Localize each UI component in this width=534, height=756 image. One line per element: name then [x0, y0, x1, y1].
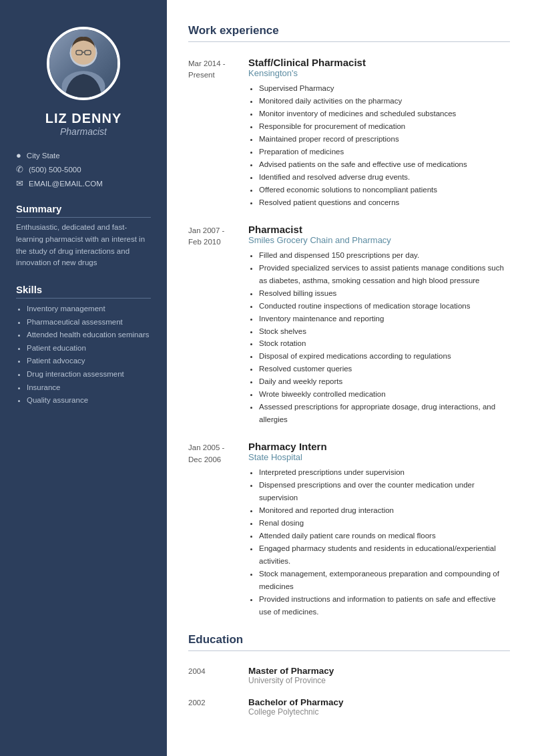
list-item: Quality assurance [27, 394, 151, 407]
list-item: Disposal of expired medications accordin… [259, 350, 510, 363]
list-item: Monitored daily activities on the pharma… [259, 95, 510, 108]
list-item: Drug interaction assessment [27, 368, 151, 381]
edu-year: 2004 [188, 666, 248, 685]
list-item: Dispensed prescriptions and over the cou… [259, 479, 510, 504]
list-item: Pharmaceutical assessment [27, 316, 151, 329]
job-date-start: Jan 2007 - [188, 226, 224, 234]
list-item: Offered economic solutions to noncomplia… [259, 184, 510, 196]
education-block: 2002 Bachelor of Pharmacy College Polyte… [188, 697, 510, 717]
job-bullets: Filled and dispensed 150 prescriptions p… [248, 249, 510, 427]
list-item: Supervised Pharmacy [259, 82, 510, 95]
main-content: Work experience Mar 2014 - Present Staff… [167, 0, 534, 756]
list-item: Filled and dispensed 150 prescriptions p… [259, 249, 510, 262]
summary-text: Enthusiastic, dedicated and fast-learnin… [16, 222, 151, 269]
job-dates: Jan 2005 - Dec 2006 [188, 441, 248, 618]
skills-heading: Skills [16, 284, 151, 299]
job-block: Jan 2007 - Feb 2010 Pharmacist Smiles Gr… [188, 224, 510, 427]
education-block: 2004 Master of Pharmacy University of Pr… [188, 666, 510, 685]
job-title: Staff/Clinical Pharmacist [248, 57, 510, 68]
list-item: Stock rotation [259, 337, 510, 350]
email-item: ✉ EMAIL@EMAIL.COM [16, 178, 151, 188]
sidebar-content: LIZ DENNY Pharmacist ● City State ✆ (500… [0, 100, 167, 407]
job-date-end: Feb 2010 [188, 238, 221, 246]
candidate-name: LIZ DENNY [16, 111, 151, 126]
list-item: Inventory maintenance and reporting [259, 313, 510, 325]
job-date-end: Present [188, 71, 215, 79]
list-item: Monitored and reported drug interaction [259, 504, 510, 517]
job-bullets: Supervised Pharmacy Monitored daily acti… [248, 82, 510, 209]
edu-details: Bachelor of Pharmacy College Polytechnic [248, 697, 510, 717]
location-text: City State [27, 152, 60, 160]
avatar [47, 27, 120, 100]
location-item: ● City State [16, 150, 151, 160]
location-icon: ● [16, 150, 21, 160]
summary-heading: Summary [16, 203, 151, 218]
list-item: Wrote biweekly controlled medication [259, 388, 510, 401]
job-bullets: Interpreted prescriptions under supervis… [248, 466, 510, 618]
edu-year: 2002 [188, 697, 248, 717]
resume-container: LIZ DENNY Pharmacist ● City State ✆ (500… [0, 0, 534, 756]
list-item: Patient education [27, 342, 151, 355]
list-item: Daily and weekly reports [259, 375, 510, 388]
list-item: Maintained proper record of prescription… [259, 133, 510, 146]
list-item: Stock shelves [259, 325, 510, 338]
email-text: EMAIL@EMAIL.COM [29, 180, 103, 188]
email-icon: ✉ [16, 178, 23, 188]
list-item: Preparation of medicines [259, 146, 510, 158]
list-item: Resolved customer queries [259, 363, 510, 375]
list-item: Identified and resolved adverse drug eve… [259, 171, 510, 184]
list-item: Responsible for procurement of medicatio… [259, 120, 510, 133]
list-item: Provided specialized services to assist … [259, 262, 510, 287]
edu-details: Master of Pharmacy University of Provinc… [248, 666, 510, 685]
education-heading: Education [188, 633, 510, 651]
job-dates: Jan 2007 - Feb 2010 [188, 224, 248, 427]
job-date-start: Mar 2014 - [188, 59, 226, 67]
job-details: Pharmacy Intern State Hospital Interpret… [248, 441, 510, 618]
job-date-start: Jan 2005 - [188, 443, 224, 451]
list-item: Conducted routine inspections of medicat… [259, 300, 510, 313]
edu-degree: Bachelor of Pharmacy [248, 697, 510, 707]
list-item: Provided instructions and information to… [259, 593, 510, 618]
work-experience-heading: Work experience [188, 24, 510, 42]
list-item: Patient advocacy [27, 355, 151, 368]
list-item: Resolved patient questions and concerns [259, 196, 510, 209]
job-title: Pharmacist [248, 224, 510, 235]
edu-school: University of Province [248, 676, 510, 685]
job-details: Staff/Clinical Pharmacist Kensington's S… [248, 57, 510, 209]
list-item: Stock management, extemporaneous prepara… [259, 568, 510, 593]
list-item: Inventory management [27, 303, 151, 316]
edu-school: College Polytechnic [248, 707, 510, 717]
edu-degree: Master of Pharmacy [248, 666, 510, 676]
list-item: Interpreted prescriptions under supervis… [259, 466, 510, 479]
job-details: Pharmacist Smiles Grocery Chain and Phar… [248, 224, 510, 427]
job-company: Kensington's [248, 68, 510, 78]
sidebar: LIZ DENNY Pharmacist ● City State ✆ (500… [0, 0, 167, 756]
list-item: Assessed prescriptions for appropriate d… [259, 401, 510, 426]
list-item: Monitor inventory of medicines and sched… [259, 108, 510, 120]
list-item: Attended daily patient care rounds on me… [259, 530, 510, 542]
phone-text: (500) 500-5000 [29, 166, 81, 174]
list-item: Advised patients on the safe and effecti… [259, 158, 510, 171]
job-dates: Mar 2014 - Present [188, 57, 248, 209]
phone-item: ✆ (500) 500-5000 [16, 164, 151, 174]
list-item: Renal dosing [259, 517, 510, 530]
candidate-title: Pharmacist [16, 126, 151, 137]
list-item: Attended health education seminars [27, 329, 151, 342]
list-item: Insurance [27, 381, 151, 395]
job-company: Smiles Grocery Chain and Pharmacy [248, 235, 510, 245]
job-company: State Hospital [248, 452, 510, 462]
job-title: Pharmacy Intern [248, 441, 510, 452]
list-item: Resolved billing issues [259, 287, 510, 300]
avatar-image [49, 29, 117, 98]
skills-list: Inventory management Pharmaceutical asse… [16, 303, 151, 407]
phone-icon: ✆ [16, 164, 23, 174]
job-date-end: Dec 2006 [188, 455, 221, 463]
job-block: Mar 2014 - Present Staff/Clinical Pharma… [188, 57, 510, 209]
job-block: Jan 2005 - Dec 2006 Pharmacy Intern Stat… [188, 441, 510, 618]
list-item: Engaged pharmacy students and residents … [259, 542, 510, 568]
